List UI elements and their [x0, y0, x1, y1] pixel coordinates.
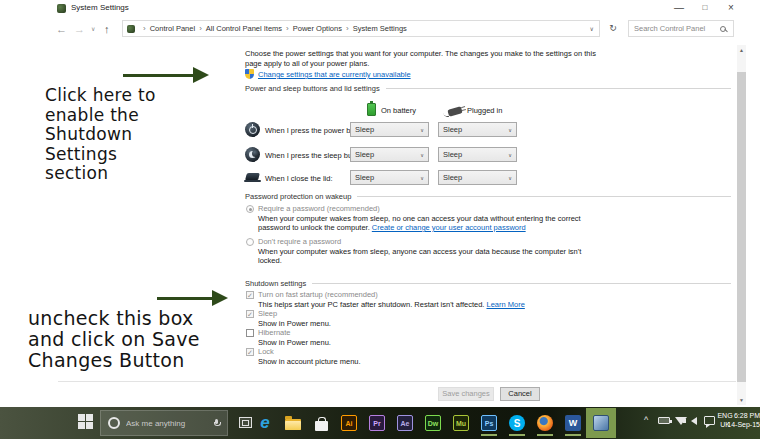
- tray-clock[interactable]: 6:28 PM 14-Sep-15: [722, 412, 760, 429]
- fast-startup-checkbox[interactable]: ✓: [246, 291, 254, 299]
- recent-pages-chevron-icon[interactable]: ∨: [91, 21, 95, 37]
- minimize-button[interactable]: —: [668, 0, 690, 16]
- breadcrumb-all-items[interactable]: All Control Panel Items: [206, 24, 282, 33]
- change-account-password-link[interactable]: Create or change your user account passw…: [372, 223, 526, 232]
- lock-option-label: Lock: [258, 347, 274, 356]
- search-box[interactable]: [628, 20, 734, 37]
- open-app-indicator: [537, 434, 553, 436]
- up-icon[interactable]: ↑: [104, 21, 110, 37]
- after-effects-icon: Ae: [397, 415, 413, 431]
- scroll-up-icon[interactable]: ▲: [737, 45, 746, 55]
- breadcrumb-system-settings[interactable]: System Settings: [353, 24, 407, 33]
- close-lid-on-battery-select[interactable]: Sleep ∨: [350, 170, 429, 185]
- start-button[interactable]: [78, 414, 93, 429]
- firefox-icon: [537, 415, 553, 431]
- require-password-desc1: When your computer wakes from sleep, no …: [258, 214, 581, 223]
- learn-more-link[interactable]: Learn More: [486, 300, 524, 309]
- taskbar-app-edge[interactable]: e: [254, 412, 276, 434]
- window-icon: [57, 4, 66, 13]
- sleep-button-on-battery-select[interactable]: Sleep ∨: [350, 147, 429, 162]
- skype-icon: S: [509, 415, 525, 431]
- tray-expand-chevron-icon[interactable]: ^: [644, 415, 648, 425]
- scroll-down-icon[interactable]: ▼: [737, 395, 746, 405]
- search-input[interactable]: [629, 24, 720, 33]
- dont-require-password-radio[interactable]: [246, 238, 254, 246]
- hibernate-checkbox[interactable]: [246, 329, 254, 337]
- muse-icon: Mu: [453, 415, 469, 431]
- microphone-icon[interactable]: [214, 419, 219, 427]
- open-app-indicator: [481, 434, 497, 436]
- desktop: System Settings — □ × ← → ∨ ↑ › Control …: [0, 0, 760, 439]
- require-password-desc2: password to unlock the computer. Create …: [258, 223, 526, 232]
- sleep-checkbox[interactable]: ✓: [246, 310, 254, 318]
- dont-require-password-label: Don't require a password: [258, 237, 341, 246]
- forward-icon[interactable]: →: [74, 21, 85, 37]
- word-icon: W: [565, 415, 581, 431]
- divider: [58, 381, 736, 382]
- require-password-label: Require a password (recommended): [258, 204, 380, 213]
- taskbar-app-illustrator[interactable]: Ai: [338, 412, 360, 434]
- dont-require-password-desc1: When your computer wakes from sleep, any…: [258, 247, 581, 256]
- close-button[interactable]: ×: [720, 0, 742, 16]
- taskbar-app-file-explorer[interactable]: [282, 412, 304, 434]
- breadcrumb-control-panel[interactable]: Control Panel: [150, 24, 195, 33]
- tray-battery-icon[interactable]: [658, 417, 670, 424]
- shutdown-section-header: Shutdown settings: [245, 279, 731, 288]
- lid-icon: [244, 170, 261, 185]
- edge-icon: e: [260, 415, 269, 431]
- system-settings-window-icon: [593, 415, 609, 431]
- cancel-button[interactable]: Cancel: [500, 387, 540, 401]
- taskbar-app-photoshop[interactable]: Ps: [478, 412, 500, 434]
- open-app-indicator: [509, 434, 525, 436]
- on-battery-column-header: On battery: [381, 106, 416, 115]
- plug-icon: [447, 106, 462, 117]
- chevron-down-icon: ∨: [420, 175, 424, 181]
- illustrator-icon: Ai: [341, 415, 357, 431]
- breadcrumb-power-options[interactable]: Power Options: [293, 24, 342, 33]
- taskbar-app-store[interactable]: [310, 412, 332, 434]
- taskbar-app-skype[interactable]: S: [506, 412, 528, 434]
- taskbar-app-premiere[interactable]: Pr: [366, 412, 388, 434]
- taskbar-app-system-settings-active[interactable]: [586, 408, 616, 438]
- taskbar-app-muse[interactable]: Mu: [450, 412, 472, 434]
- power-button-on-battery-select[interactable]: Sleep ∨: [350, 122, 429, 137]
- taskbar-app-word[interactable]: W: [562, 412, 584, 434]
- taskbar-search-input[interactable]: [126, 419, 214, 428]
- annotation-arrow-change-settings: [123, 67, 209, 83]
- tray-volume-icon[interactable]: [691, 417, 697, 425]
- save-changes-button[interactable]: Save changes: [438, 387, 494, 401]
- require-password-radio[interactable]: [246, 205, 254, 213]
- sleep-button-plugged-in-select[interactable]: Sleep ∨: [438, 147, 517, 162]
- scrollbar-thumb[interactable]: [737, 72, 746, 382]
- tray-action-center-icon[interactable]: [704, 416, 715, 425]
- intro-text-line2: page apply to all of your power plans.: [245, 59, 369, 68]
- intro-text-line1: Choose the power settings that you want …: [245, 49, 596, 58]
- uac-shield-icon: [245, 69, 254, 79]
- chevron-down-icon: ∨: [420, 152, 424, 158]
- taskbar-app-after-effects[interactable]: Ae: [394, 412, 416, 434]
- taskbar-app-firefox[interactable]: [534, 412, 556, 434]
- breadcrumb-separator: ›: [195, 24, 206, 33]
- fast-startup-label: Turn on fast startup (recommended): [258, 290, 378, 299]
- taskbar-app-dreamweaver[interactable]: Dw: [422, 412, 444, 434]
- refresh-icon[interactable]: ↻: [604, 20, 622, 37]
- store-bag-icon: [315, 421, 328, 431]
- breadcrumb-separator: ›: [342, 24, 353, 33]
- chevron-down-icon: ∨: [420, 127, 424, 133]
- search-icon: [720, 26, 726, 32]
- maximize-button[interactable]: □: [694, 0, 716, 16]
- breadcrumb-separator: ›: [139, 24, 150, 33]
- breadcrumb-separator: ›: [282, 24, 293, 33]
- power-button-icon: [245, 122, 260, 137]
- power-section-header: Power and sleep buttons and lid settings: [245, 84, 731, 93]
- power-button-plugged-in-select[interactable]: Sleep ∨: [438, 122, 517, 137]
- address-bar[interactable]: › Control Panel › All Control Panel Item…: [122, 20, 600, 37]
- close-lid-plugged-in-select[interactable]: Sleep ∨: [438, 170, 517, 185]
- address-dropdown-icon[interactable]: ∨: [590, 25, 599, 32]
- task-view-icon[interactable]: [239, 417, 252, 428]
- plugged-in-column-header: Plugged in: [467, 106, 502, 115]
- lock-checkbox[interactable]: ✓: [246, 348, 254, 356]
- change-settings-link[interactable]: Change settings that are currently unava…: [258, 70, 411, 79]
- taskbar-search[interactable]: [100, 410, 228, 436]
- back-icon[interactable]: ←: [56, 21, 67, 37]
